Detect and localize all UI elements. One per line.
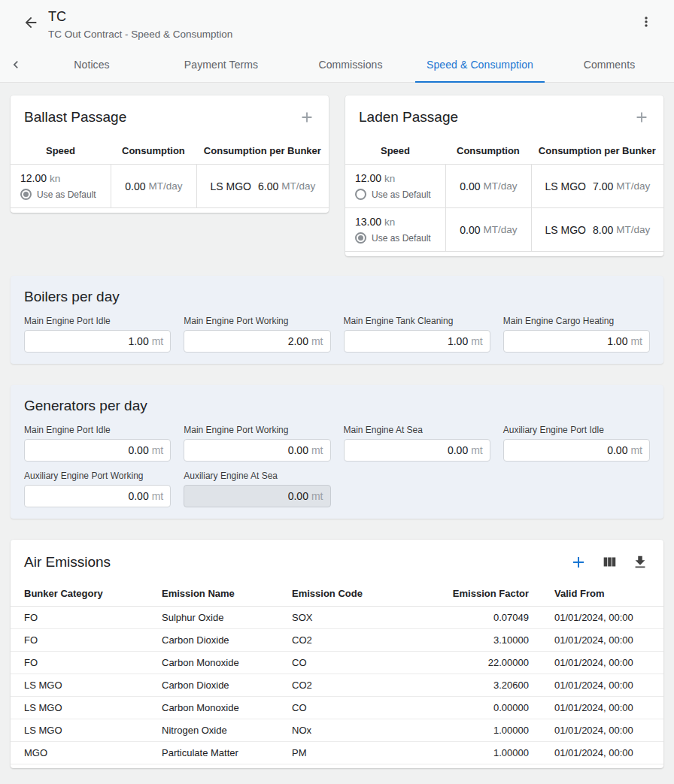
tab-list: NoticesPayment TermsCommissionsSpeed & C… [27, 47, 674, 82]
boilers-fields: Main Engine Port Idle1.00mtMain Engine P… [24, 316, 650, 353]
emissions-cell: CO [292, 702, 427, 713]
field-value: 1.00 [448, 335, 468, 347]
bunker-consumption-cell: LS MGO6.00MT/day [196, 165, 329, 207]
auxiliary-engine-port-working-input[interactable]: 0.00mt [24, 485, 171, 507]
field-label: Auxiliary Engine At Sea [184, 471, 330, 481]
add-emission-button[interactable] [569, 552, 588, 572]
emissions-cell: 1.00000 [427, 747, 529, 758]
use-as-default-radio[interactable]: Use as Default [355, 232, 439, 244]
consumption-cell: 0.00MT/day [445, 165, 531, 207]
field-value: 0.00 [448, 444, 468, 456]
emissions-cell: 01/01/2024, 00:00 [529, 612, 650, 623]
arrow-left-icon [23, 14, 39, 31]
passage-data-row: 12.00 knUse as Default0.00MT/dayLS MGO7.… [345, 165, 663, 208]
use-as-default-radio[interactable]: Use as Default [20, 189, 105, 200]
emissions-cell: 3.20600 [427, 680, 529, 691]
bunker-value: 6.00 [258, 180, 278, 192]
download-button[interactable] [630, 552, 650, 572]
emissions-table-row[interactable]: LS MGOCarbon MonoxideCO0.0000001/01/2024… [11, 697, 663, 719]
main-engine-port-idle-input[interactable]: 1.00mt [24, 330, 171, 353]
back-button[interactable] [21, 13, 41, 32]
add-ballast-speed-button[interactable] [297, 107, 317, 127]
field-label: Main Engine Port Idle [24, 425, 171, 435]
field-unit: mt [471, 335, 483, 347]
bunker-unit: MT/day [616, 180, 650, 192]
field-label: Main Engine At Sea [344, 425, 490, 435]
more-options-button[interactable] [636, 12, 656, 32]
emissions-cell: Carbon Monoxide [162, 657, 292, 668]
emissions-cell: FO [24, 634, 162, 646]
field-label: Main Engine Cargo Heating [503, 316, 650, 326]
emissions-cell: NOx [292, 725, 427, 736]
field-main-engine-port-idle: Main Engine Port Idle0.00mt [24, 425, 171, 462]
field-label: Auxiliary Engine Port Working [24, 471, 171, 481]
page-header: TC TC Out Contract - Speed & Consumption [0, 0, 674, 47]
emissions-cell: Carbon Monoxide [162, 702, 292, 713]
field-unit: mt [311, 444, 323, 456]
emissions-table-body: FOSulphur OxideSOX0.0704901/01/2024, 00:… [11, 607, 663, 764]
emissions-table-header: Bunker CategoryEmission NameEmission Cod… [11, 581, 663, 607]
use-as-default-radio[interactable]: Use as Default [355, 189, 439, 200]
plus-icon [569, 553, 587, 571]
emissions-cell: 01/01/2024, 00:00 [529, 747, 650, 758]
main-engine-cargo-heating-input[interactable]: 1.00mt [503, 330, 650, 353]
field-auxiliary-engine-at-sea: Auxiliary Engine At Sea0.00mt [184, 471, 330, 507]
column-settings-button[interactable] [600, 552, 619, 572]
use-as-default-label: Use as Default [37, 189, 96, 200]
field-value: 2.00 [288, 335, 308, 347]
kebab-menu-icon [639, 14, 654, 29]
generators-fields: Main Engine Port Idle0.00mtMain Engine P… [24, 425, 650, 507]
emissions-cell: CO2 [292, 634, 427, 646]
emissions-table-row[interactable]: FOCarbon MonoxideCO22.0000001/01/2024, 0… [11, 652, 663, 674]
tab-notices[interactable]: Notices [27, 47, 156, 82]
passage-data-row: 13.00 knUse as Default0.00MT/dayLS MGO8.… [345, 208, 663, 252]
emissions-table-row[interactable]: LS MGOCarbon DioxideCO23.2060001/01/2024… [11, 674, 663, 697]
field-unit: mt [630, 444, 642, 456]
air-emissions-title: Air Emissions [24, 554, 111, 571]
emissions-table-row[interactable]: FOCarbon DioxideCO23.1000001/01/2024, 00… [11, 629, 663, 652]
ballast-passage-header: Ballast Passage [11, 95, 329, 138]
passage-column-headers: SpeedConsumptionConsumption per Bunker [11, 138, 329, 165]
emissions-cell: Particulate Matter [162, 747, 292, 758]
tab-payment-terms[interactable]: Payment Terms [156, 47, 286, 82]
emissions-cell: LS MGO [24, 702, 162, 713]
emissions-cell: 22.00000 [427, 657, 529, 668]
emissions-column-header-emission-factor: Emission Factor [427, 588, 529, 599]
tab-comments[interactable]: Comments [545, 47, 674, 82]
passages-row: Ballast Passage SpeedConsumptionConsumpt… [11, 95, 663, 256]
emissions-cell: 0.00000 [427, 702, 529, 713]
field-main-engine-at-sea: Main Engine At Sea0.00mt [344, 425, 490, 462]
field-unit: mt [152, 490, 164, 502]
main-engine-at-sea-input[interactable]: 0.00mt [344, 439, 490, 462]
emissions-table-row[interactable]: LS MGONitrogen OxideNOx1.0000001/01/2024… [11, 719, 663, 742]
speed-value: 13.00 [355, 216, 384, 228]
tabs-scroll-left-button[interactable] [5, 47, 27, 82]
air-emissions-actions [569, 552, 650, 572]
consumption-value: 0.00 [460, 224, 480, 236]
auxiliary-engine-port-idle-input[interactable]: 0.00mt [503, 439, 650, 462]
speed-unit: kn [50, 173, 60, 184]
field-unit: mt [311, 490, 323, 502]
main-engine-port-working-input[interactable]: 0.00mt [184, 439, 330, 462]
column-header-consumption-per-bunker: Consumption per Bunker [531, 145, 663, 156]
field-unit: mt [471, 444, 483, 456]
auxiliary-engine-at-sea-input: 0.00mt [184, 485, 330, 507]
tab-commissions[interactable]: Commissions [286, 47, 415, 82]
passage-data-row: 12.00 knUse as Default0.00MT/dayLS MGO6.… [11, 165, 329, 208]
consumption-value: 0.00 [460, 180, 480, 192]
laden-passage-table: SpeedConsumptionConsumption per Bunker12… [345, 138, 663, 252]
add-laden-speed-button[interactable] [632, 107, 651, 127]
main-engine-tank-cleaning-input[interactable]: 1.00mt [344, 330, 490, 353]
field-label: Main Engine Port Working [184, 316, 330, 326]
main-engine-port-working-input[interactable]: 2.00mt [184, 330, 330, 353]
bunker-unit: MT/day [281, 180, 315, 192]
field-unit: mt [152, 335, 164, 347]
emissions-column-header-emission-code: Emission Code [292, 588, 427, 599]
consumption-value: 0.00 [125, 180, 145, 192]
emissions-table-row[interactable]: FOSulphur OxideSOX0.0704901/01/2024, 00:… [11, 607, 663, 629]
main-engine-port-idle-input[interactable]: 0.00mt [24, 439, 171, 462]
field-value: 1.00 [128, 335, 148, 347]
emissions-table-row[interactable]: MGOParticulate MatterPM1.0000001/01/2024… [11, 742, 663, 764]
emissions-cell: Carbon Dioxide [162, 634, 292, 646]
tab-speed-consumption[interactable]: Speed & Consumption [415, 47, 545, 82]
